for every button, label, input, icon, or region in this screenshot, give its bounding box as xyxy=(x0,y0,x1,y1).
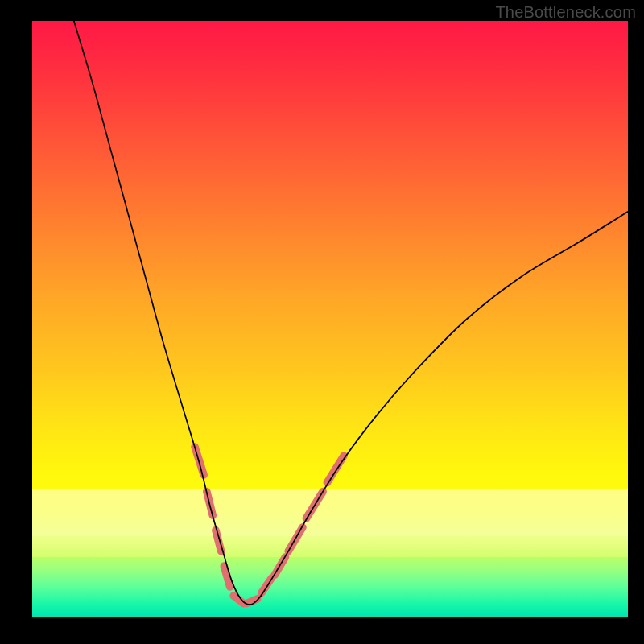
highlight-dash-group xyxy=(195,447,344,604)
plot-area xyxy=(32,21,628,617)
chart-svg xyxy=(32,21,628,617)
watermark-text: TheBottleneck.com xyxy=(495,3,636,22)
chart-frame: TheBottleneck.com xyxy=(0,0,644,644)
bottleneck-curve xyxy=(74,21,628,605)
highlight-dash xyxy=(224,566,229,587)
highlight-dash xyxy=(327,456,344,482)
